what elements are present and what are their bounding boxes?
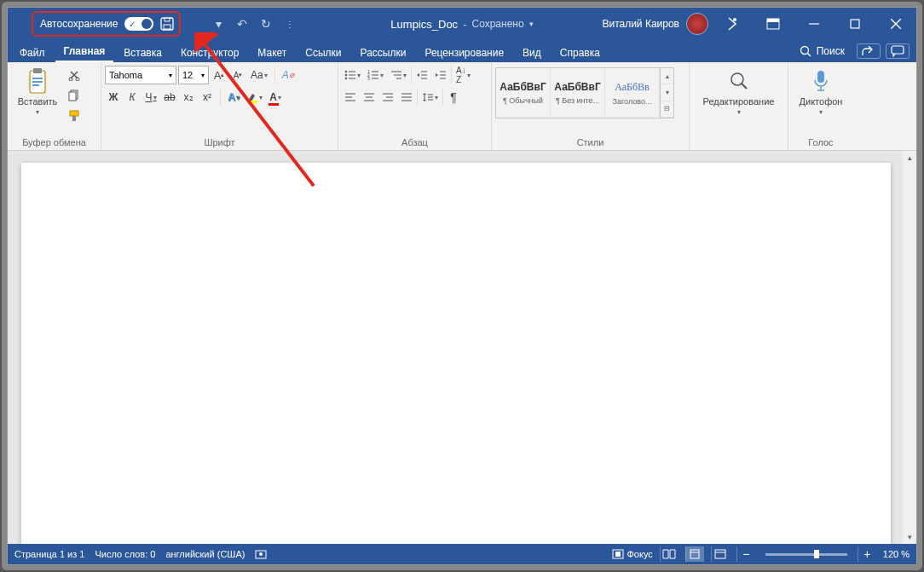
clear-format-icon[interactable]: A⊘ <box>280 66 297 84</box>
tab-review[interactable]: Рецензирование <box>416 43 512 62</box>
svg-rect-11 <box>892 46 904 54</box>
svg-point-28 <box>345 78 347 79</box>
align-left-icon[interactable] <box>342 88 359 107</box>
scroll-down-icon[interactable]: ▾ <box>903 530 916 544</box>
grow-font-icon[interactable]: A▴ <box>211 66 228 84</box>
qat-dropdown-icon[interactable]: ▾ <box>211 16 226 32</box>
increase-indent-icon[interactable] <box>432 66 449 84</box>
line-spacing-icon[interactable] <box>419 88 441 107</box>
doc-name: Lumpics_Doc <box>390 18 458 31</box>
print-layout-icon[interactable] <box>685 546 704 562</box>
tab-references[interactable]: Ссылки <box>297 43 349 62</box>
style-gallery-more[interactable]: ▴▾⊟ <box>660 68 673 118</box>
page-status[interactable]: Страница 1 из 1 <box>14 549 84 559</box>
ribbon-display-icon[interactable] <box>756 11 790 37</box>
coming-soon-icon[interactable] <box>715 11 749 37</box>
svg-rect-21 <box>70 111 78 116</box>
minimize-icon[interactable] <box>797 11 831 37</box>
autosave-highlight: Автосохранение ✓ <box>32 11 181 37</box>
close-icon[interactable] <box>879 11 913 37</box>
word-count[interactable]: Число слов: 0 <box>95 549 155 559</box>
language-status[interactable]: английский (США) <box>165 549 245 559</box>
clipboard-icon <box>24 67 51 95</box>
paste-button[interactable]: Вставить ▾ <box>11 64 64 116</box>
svg-rect-20 <box>69 92 76 101</box>
redo-icon[interactable]: ↻ <box>258 16 274 32</box>
svg-rect-16 <box>32 84 39 86</box>
tab-mailings[interactable]: Рассылки <box>352 43 415 62</box>
sort-icon[interactable]: A↓Z <box>453 66 473 84</box>
undo-icon[interactable]: ↶ <box>234 16 250 32</box>
decrease-indent-icon[interactable] <box>413 66 430 84</box>
svg-rect-15 <box>32 81 43 83</box>
show-hide-icon[interactable]: ¶ <box>445 88 462 107</box>
share-icon[interactable] <box>857 43 881 59</box>
autosave-label: Автосохранение <box>40 18 118 30</box>
justify-icon[interactable] <box>398 88 415 107</box>
font-color-icon[interactable]: A <box>267 88 284 107</box>
svg-point-9 <box>800 47 808 55</box>
tab-view[interactable]: Вид <box>514 43 550 62</box>
comments-icon[interactable] <box>886 43 910 59</box>
style-gallery[interactable]: АаБбВвГ ¶ Обычный АаБбВвГ ¶ Без инте... … <box>495 67 674 118</box>
strike-button[interactable]: ab <box>161 88 178 107</box>
zoom-level[interactable]: 120 % <box>883 549 910 559</box>
tab-file[interactable]: Файл <box>11 43 54 62</box>
maximize-icon[interactable] <box>838 11 872 37</box>
read-mode-icon[interactable] <box>660 546 679 562</box>
numbering-icon[interactable]: 123 <box>365 66 386 84</box>
document-title: Lumpics_Doc - Сохранено ▾ <box>390 18 533 31</box>
titlebar: Автосохранение ✓ ▾ ↶ ↻ ⋮ Lumpics_Doc - С… <box>8 8 916 40</box>
qat-more-icon[interactable]: ⋮ <box>282 16 297 32</box>
tab-insert[interactable]: Вставка <box>115 43 170 62</box>
change-case-icon[interactable]: Aa <box>248 66 270 84</box>
multilevel-icon[interactable] <box>388 66 409 84</box>
autosave-toggle[interactable]: ✓ <box>124 17 153 31</box>
dictate-button[interactable]: Диктофон ▾ <box>792 64 850 116</box>
save-status[interactable]: Сохранено <box>471 18 523 30</box>
vertical-scrollbar[interactable]: ▴ ▾ <box>903 151 916 544</box>
zoom-in-icon[interactable]: + <box>858 546 876 562</box>
user-name[interactable]: Виталий Каиров <box>602 18 679 30</box>
quick-access-toolbar: ▾ ↶ ↻ ⋮ <box>211 16 297 32</box>
zoom-slider[interactable] <box>765 553 847 556</box>
cut-icon[interactable] <box>66 66 83 84</box>
svg-line-62 <box>742 84 747 89</box>
subscript-button[interactable]: x₂ <box>180 88 197 107</box>
superscript-button[interactable]: x² <box>199 88 216 107</box>
align-right-icon[interactable] <box>379 88 396 107</box>
editing-button[interactable]: Редактирование ▾ <box>693 64 784 116</box>
bold-button[interactable]: Ж <box>105 88 122 107</box>
tab-home[interactable]: Главная <box>55 42 114 62</box>
align-center-icon[interactable] <box>361 88 378 107</box>
copy-icon[interactable] <box>66 86 83 105</box>
font-select[interactable]: Tahoma▾ <box>105 66 176 84</box>
highlight-icon[interactable] <box>244 88 265 107</box>
style-no-spacing[interactable]: АаБбВвГ ¶ Без инте... <box>551 68 605 118</box>
zoom-out-icon[interactable]: − <box>736 546 755 562</box>
page[interactable] <box>21 163 891 544</box>
web-layout-icon[interactable] <box>711 546 730 562</box>
italic-button[interactable]: К <box>124 88 141 107</box>
search-button[interactable]: Поиск <box>791 40 852 62</box>
svg-rect-0 <box>161 18 173 30</box>
tab-help[interactable]: Справка <box>552 43 609 62</box>
underline-button[interactable]: Ч <box>142 88 159 107</box>
style-normal[interactable]: АаБбВвГ ¶ Обычный <box>496 68 551 118</box>
svg-point-65 <box>259 552 263 556</box>
tab-layout[interactable]: Макет <box>249 43 295 62</box>
scroll-up-icon[interactable]: ▴ <box>903 151 916 165</box>
bullets-icon[interactable] <box>342 66 363 84</box>
focus-mode[interactable]: Фокус <box>612 549 653 559</box>
save-icon[interactable] <box>160 17 174 31</box>
tab-design[interactable]: Конструктор <box>172 43 247 62</box>
chevron-down-icon: ▾ <box>36 108 39 116</box>
format-painter-icon[interactable] <box>66 107 83 125</box>
shrink-font-icon[interactable]: A▾ <box>229 66 246 84</box>
macro-record-icon[interactable] <box>255 548 267 560</box>
svg-line-10 <box>807 54 811 57</box>
style-heading1[interactable]: АаБбВв Заголово... <box>605 68 660 118</box>
text-effects-icon[interactable]: A <box>225 88 242 107</box>
avatar[interactable] <box>686 13 708 35</box>
size-select[interactable]: 12▾ <box>178 66 209 84</box>
